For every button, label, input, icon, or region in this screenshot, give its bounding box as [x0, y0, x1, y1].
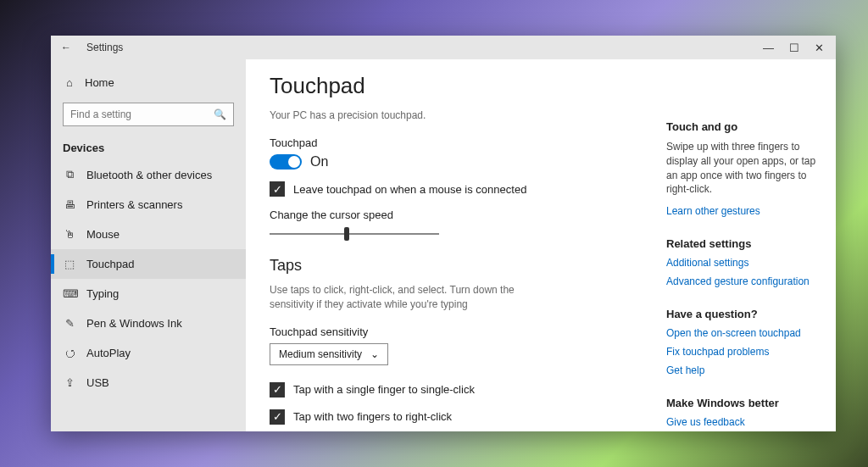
- sidebar-item-label: Printers & scanners: [86, 198, 182, 211]
- sidebar: ⌂ Home 🔍 Devices ⧉ Bluetooth & other dev…: [51, 59, 246, 431]
- sidebar-item-usb[interactable]: ⇪ USB: [51, 368, 246, 398]
- feedback-title: Make Windows better: [666, 397, 824, 409]
- search-icon: 🔍: [214, 108, 226, 120]
- sidebar-item-pen[interactable]: ✎ Pen & Windows Ink: [51, 309, 246, 338]
- feedback-link[interactable]: Give us feedback: [666, 416, 824, 428]
- back-button[interactable]: ←: [58, 42, 75, 53]
- leave-on-checkbox[interactable]: ✓: [270, 181, 285, 197]
- advanced-gesture-link[interactable]: Advanced gesture configuration: [666, 275, 824, 287]
- usb-icon: ⇪: [63, 376, 76, 389]
- sidebar-item-mouse[interactable]: 🖱 Mouse: [51, 220, 246, 249]
- taps-heading: Taps: [270, 257, 643, 275]
- autoplay-icon: ⭯: [63, 347, 76, 359]
- touchpad-toggle-label: Touchpad: [270, 136, 643, 149]
- learn-gestures-link[interactable]: Learn other gestures: [666, 205, 824, 217]
- touchpad-icon: ⬚: [63, 258, 76, 270]
- question-block: Have a question? Open the on-screen touc…: [666, 308, 824, 376]
- close-button[interactable]: ✕: [815, 42, 824, 54]
- page-title: Touchpad: [270, 73, 643, 99]
- window-body: ⌂ Home 🔍 Devices ⧉ Bluetooth & other dev…: [51, 59, 836, 431]
- sidebar-item-label: Typing: [86, 287, 119, 300]
- open-onscreen-touchpad-link[interactable]: Open the on-screen touchpad: [666, 327, 824, 339]
- tap-single-label: Tap with a single finger to single-click: [293, 383, 475, 396]
- sidebar-item-label: AutoPlay: [86, 347, 131, 359]
- touch-and-go-block: Touch and go Swipe up with three fingers…: [666, 120, 824, 217]
- pen-icon: ✎: [63, 317, 76, 330]
- touchpad-toggle-state: On: [310, 154, 328, 170]
- cursor-speed-slider[interactable]: [270, 233, 439, 235]
- right-rail: Touch and go Swipe up with three fingers…: [666, 59, 836, 431]
- sidebar-item-touchpad[interactable]: ⬚ Touchpad: [51, 249, 246, 279]
- home-label: Home: [85, 76, 114, 89]
- sidebar-item-label: Pen & Windows Ink: [86, 317, 182, 330]
- titlebar: ← Settings — ☐ ✕: [51, 36, 836, 59]
- mouse-icon: 🖱: [63, 228, 76, 241]
- maximize-button[interactable]: ☐: [789, 42, 799, 54]
- sidebar-item-label: Mouse: [86, 228, 120, 241]
- get-help-link[interactable]: Get help: [666, 364, 824, 376]
- sidebar-item-typing[interactable]: ⌨ Typing: [51, 279, 246, 309]
- main-pane: Touchpad Your PC has a precision touchpa…: [246, 59, 666, 431]
- tap-single-row: ✓ Tap with a single finger to single-cli…: [270, 382, 643, 398]
- devices-icon: ⧉: [63, 168, 76, 181]
- sidebar-item-label: USB: [86, 376, 109, 389]
- leave-on-row: ✓ Leave touchpad on when a mouse is conn…: [270, 181, 643, 197]
- sensitivity-value: Medium sensitivity: [279, 348, 362, 360]
- printer-icon: 🖶: [63, 198, 76, 211]
- feedback-block: Make Windows better Give us feedback: [666, 397, 824, 428]
- sidebar-nav: ⧉ Bluetooth & other devices 🖶 Printers &…: [51, 159, 246, 398]
- window-controls: — ☐ ✕: [763, 42, 829, 54]
- sidebar-item-bluetooth[interactable]: ⧉ Bluetooth & other devices: [51, 159, 246, 190]
- search-input[interactable]: 🔍: [63, 103, 234, 126]
- search-field[interactable]: [70, 108, 214, 120]
- cursor-speed-section: Change the cursor speed: [270, 208, 643, 235]
- related-settings-block: Related settings Additional settings Adv…: [666, 237, 824, 287]
- content: Touchpad Your PC has a precision touchpa…: [246, 59, 836, 431]
- question-title: Have a question?: [666, 308, 824, 320]
- sidebar-item-autoplay[interactable]: ⭯ AutoPlay: [51, 338, 246, 368]
- sidebar-item-label: Touchpad: [86, 258, 134, 270]
- tap-double-label: Tap with two fingers to right-click: [293, 410, 452, 423]
- keyboard-icon: ⌨: [63, 287, 76, 300]
- settings-window: ← Settings — ☐ ✕ ⌂ Home 🔍 Devices ⧉: [51, 36, 836, 431]
- home-link[interactable]: ⌂ Home: [51, 69, 246, 96]
- cursor-speed-label: Change the cursor speed: [270, 208, 643, 221]
- search-wrap: 🔍: [51, 96, 246, 133]
- sidebar-item-label: Bluetooth & other devices: [86, 169, 212, 181]
- tap-single-checkbox[interactable]: ✓: [270, 382, 285, 398]
- touch-and-go-body: Swipe up with three fingers to display a…: [666, 140, 824, 197]
- touch-and-go-title: Touch and go: [666, 120, 824, 133]
- chevron-down-icon: ⌄: [370, 348, 379, 360]
- touchpad-toggle[interactable]: [270, 154, 302, 170]
- window-title: Settings: [86, 42, 123, 53]
- additional-settings-link[interactable]: Additional settings: [666, 257, 824, 269]
- tap-double-row: ✓ Tap with two fingers to right-click: [270, 409, 643, 425]
- sensitivity-dropdown[interactable]: Medium sensitivity ⌄: [270, 343, 388, 365]
- leave-on-label: Leave touchpad on when a mouse is connec…: [293, 183, 526, 196]
- fix-touchpad-link[interactable]: Fix touchpad problems: [666, 346, 824, 358]
- related-title: Related settings: [666, 237, 824, 250]
- taps-description: Use taps to click, right-click, and sele…: [270, 283, 558, 312]
- slider-thumb[interactable]: [344, 227, 349, 241]
- sidebar-item-printers[interactable]: 🖶 Printers & scanners: [51, 190, 246, 220]
- tap-double-checkbox[interactable]: ✓: [270, 409, 285, 425]
- sidebar-category: Devices: [51, 133, 246, 159]
- minimize-button[interactable]: —: [763, 42, 774, 54]
- sensitivity-label: Touchpad sensitivity: [270, 325, 643, 338]
- touchpad-toggle-row: On: [270, 154, 643, 170]
- home-icon: ⌂: [63, 76, 76, 89]
- precision-note: Your PC has a precision touchpad.: [270, 109, 643, 121]
